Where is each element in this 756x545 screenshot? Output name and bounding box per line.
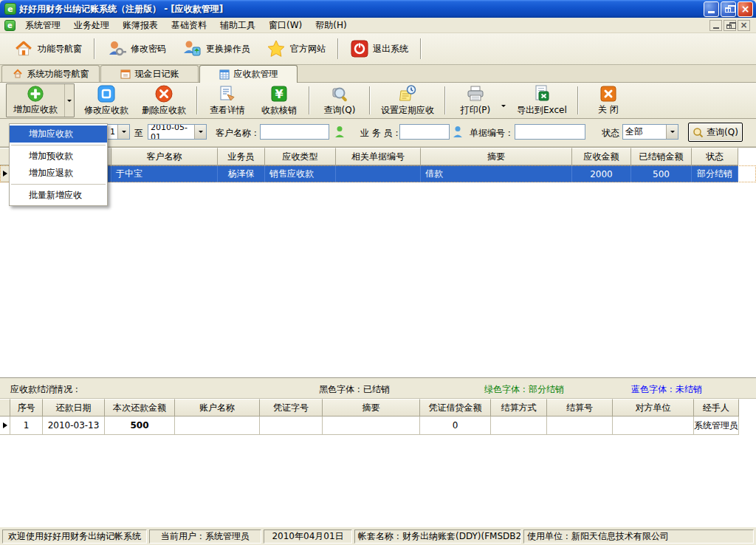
official-website-button[interactable]: 官方网站 [258,35,334,62]
column-header-salesman[interactable]: 业务员 [218,148,265,165]
tab-cash-journal[interactable]: 现金日记账 [100,65,199,82]
date-from-dropdown-button[interactable] [117,125,129,139]
add-receivable-dropdown-arrow[interactable] [64,84,74,117]
tab-receivables-management[interactable]: 应收款管理 [199,65,298,83]
menu-tools[interactable]: 辅助工具 [213,18,262,33]
table-row-selected[interactable]: 于中宝 杨泽保 销售应收款 借款 2000 500 部分结销 [0,165,756,182]
column-header-settle-method[interactable]: 结算方式 [491,399,547,417]
filter-bar: 1 至 2010-05-01 客户名称： 业 务 员： 单据编号： 状态： 全部… [0,119,756,147]
column-header-account[interactable]: 账户名称 [175,399,260,417]
column-header-settled[interactable]: 已结销金额 [631,148,692,165]
legend-settled: 黑色字体：已结销 [319,383,390,396]
change-password-button[interactable]: 修改密码 [99,35,174,62]
caret-down-icon [122,131,126,133]
query-toolbar-label: 查询(Q) [324,104,356,117]
row-pointer-icon [3,171,7,176]
exit-system-button[interactable]: 退出系统 [343,36,416,61]
doc-no-input[interactable] [515,124,585,140]
cell-seq: 1 [10,417,43,435]
yen-icon: ¥ [269,84,289,103]
mdi-minimize-button[interactable] [709,20,722,31]
close-panel-button[interactable]: 关 闭 [583,83,634,117]
menu-reports[interactable]: 账簿报表 [116,18,165,33]
menu-business[interactable]: 业务处理 [67,18,116,33]
query-submit-button[interactable]: 查询(Q) [688,123,743,142]
top-toolbar: 功能导航窗 修改密码 更换操作员 官方网站 退出系统 [0,33,756,65]
person-green-icon [334,126,345,138]
view-details-label: 查看详情 [210,104,245,117]
nav-window-button[interactable]: 功能导航窗 [6,35,90,62]
status-dropdown-button[interactable] [666,125,678,139]
excel-icon [532,84,551,103]
row-pointer-icon [3,422,7,428]
caret-down-icon [67,100,72,102]
set-recurring-button[interactable]: 设置定期应收 [374,83,441,117]
column-header-customer[interactable]: 客户名称 [111,148,218,165]
view-details-button[interactable]: 查看详情 [202,83,253,117]
menu-window[interactable]: 窗口(W) [262,18,309,33]
mdi-restore-button[interactable] [724,20,736,31]
status-company: 使用单位：新阳天信息技术有限公司 [523,529,754,544]
column-header-repay-date[interactable]: 还款日期 [43,399,105,417]
date-to-combo[interactable]: 2010-05-01 [148,124,207,140]
separator [369,86,371,114]
window-title: 好好用财务出纳记账系统（注册版） - [应收款管理] [19,3,704,16]
grid-icon [219,69,230,80]
column-header-status[interactable]: 状态 [692,148,738,165]
column-header-docno[interactable]: 相关单据编号 [336,148,421,165]
mdi-restore-icon [726,24,732,29]
status-combo[interactable]: 全部 [622,124,678,140]
delete-receivable-button[interactable]: 删除应收款 [135,83,193,117]
edit-receivable-button[interactable]: 修改应收款 [78,83,135,117]
query-button-toolbar[interactable]: 查询(Q) [314,83,365,117]
column-header-voucher-no[interactable]: 凭证字号 [260,399,323,417]
tab-system-navigator[interactable]: 系统功能导航窗 [1,65,100,82]
customer-input[interactable] [260,124,329,140]
minimize-button[interactable] [704,1,719,17]
restore-button[interactable] [721,1,736,17]
column-header-summary[interactable]: 摘要 [421,148,572,165]
detail-table-row[interactable]: 1 2010-03-13 500 0 系统管理员 [0,417,756,435]
power-icon [351,40,368,58]
column-header-type[interactable]: 应收类型 [265,148,336,165]
menu-item-batch-add[interactable]: 批量新增应收 [10,187,107,204]
exit-system-label: 退出系统 [373,43,408,55]
menu-item-add-prereceipt[interactable]: 增加预收款 [10,148,107,165]
print-dropdown-arrow[interactable] [501,105,506,107]
magnifier-icon [330,84,349,103]
menu-item-add-receivable[interactable]: 增加应收款 [10,126,107,143]
date-to-dropdown-button[interactable] [194,125,206,139]
indicator-header-cell [0,399,10,417]
menu-basedata[interactable]: 基础资料 [165,18,213,33]
set-recurring-label: 设置定期应收 [381,104,434,117]
mdi-close-button[interactable]: × [738,20,750,31]
settle-payment-button[interactable]: ¥ 收款核销 [253,83,305,117]
column-header-handler[interactable]: 经手人 [694,399,739,417]
close-button[interactable]: × [738,1,753,17]
cell-status: 部分结销 [692,165,738,182]
export-excel-label: 导出到Excel [517,104,567,117]
column-header-summary[interactable]: 摘要 [323,399,420,417]
cell-summary [323,417,420,435]
switch-operator-button[interactable]: 更换操作员 [174,35,258,62]
column-header-repay-amount[interactable]: 本次还款金额 [105,399,175,417]
column-header-settle-no[interactable]: 结算号 [547,399,613,417]
legend-unsettled: 蓝色字体：未结销 [631,383,702,396]
cell-settled: 500 [631,165,692,182]
add-receivable-button[interactable]: 增加应收款 [7,84,64,117]
separator [337,38,339,59]
menu-separator [11,145,106,145]
column-header-voucher-amount[interactable]: 凭证借贷金额 [420,399,491,417]
separator [196,86,198,114]
menu-help[interactable]: 帮助(H) [309,18,353,33]
cell-voucher-amount: 0 [420,417,491,435]
column-header-counterparty[interactable]: 对方单位 [613,399,694,417]
app-logo-icon: e [4,3,16,15]
export-excel-button[interactable]: 导出到Excel [510,83,574,117]
salesman-input[interactable] [399,124,450,140]
menu-item-add-refund[interactable]: 增加应退款 [10,165,107,182]
column-header-amount[interactable]: 应收金额 [572,148,631,165]
menu-system[interactable]: 系统管理 [18,18,67,33]
column-header-seq[interactable]: 序号 [10,399,43,417]
print-button[interactable]: 打印(P) [450,83,501,117]
